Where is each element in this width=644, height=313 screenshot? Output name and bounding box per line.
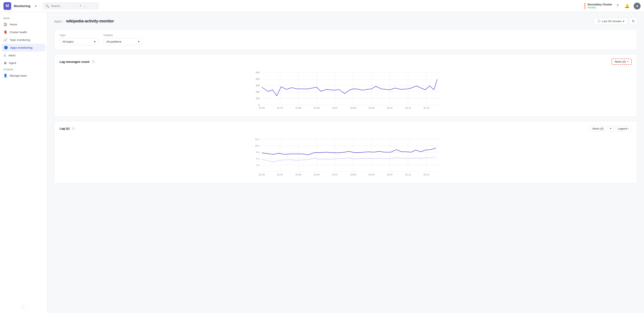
breadcrumb: Apps › wikipedia-activity-monitor 🕐 Last… [54, 17, 637, 25]
sidebar-item-home[interactable]: 🏠 Home [0, 20, 47, 28]
cluster-status: Secondary Cluster Healthy [584, 3, 612, 9]
notifications-button[interactable]: 🔔 [623, 3, 631, 9]
partition-select-value: All partitions [106, 40, 122, 43]
time-range-button[interactable]: 🕐 Last 30 minutes ▾ [594, 18, 628, 24]
breadcrumb-separator: › [63, 19, 64, 23]
partition-select[interactable]: All partitions ▾ [104, 38, 142, 45]
filter-card: Topic All topics ▾ Partition All partiti… [54, 29, 637, 50]
svg-text:22:00: 22:00 [350, 173, 356, 176]
chevron-down-icon: ▾ [623, 20, 624, 23]
chart2-legend-button[interactable]: Legend ‹ [615, 126, 632, 132]
refresh-button[interactable]: ↻ [629, 17, 637, 25]
sidebar-item-alerts[interactable]: ⚠ Alerts [0, 52, 47, 59]
chevron-down-icon: ▾ [138, 40, 140, 43]
topic-monitoring-icon: 📈 [4, 38, 8, 42]
svg-text:22:04: 22:04 [368, 173, 374, 176]
svg-text:8 s: 8 s [256, 151, 260, 154]
svg-text:22:00: 22:00 [350, 106, 356, 109]
search-bar: 🔍 ⌘ + k [42, 2, 98, 9]
chevron-down-icon: ▾ [94, 40, 96, 43]
sidebar-others-label: OTHERS [0, 67, 47, 72]
top-navigation: M Monitoring ▾ 🔍 ⌘ + k Secondary Cluster… [0, 0, 644, 12]
alerts-label: Alerts (0) [614, 60, 626, 63]
cluster-health-icon: 🫀 [4, 30, 8, 34]
sidebar-item-apps-monitoring[interactable]: 🔵 Apps monitoring [2, 44, 46, 52]
help-button[interactable]: ? [615, 3, 620, 9]
svg-text:21:50: 21:50 [295, 106, 301, 109]
topic-select[interactable]: All topics ▾ [60, 38, 98, 45]
svg-text:21:44: 21:44 [259, 173, 265, 176]
chart1-info-icon[interactable]: ℹ [91, 60, 95, 64]
chart1-title: Lag messages count [60, 60, 90, 64]
time-range-label: Last 30 minutes [602, 20, 622, 23]
app-dropdown-button[interactable]: ▾ [34, 4, 38, 8]
svg-text:0: 0 [258, 104, 260, 106]
lag-seconds-chart: 12 s 10 s 8 s 6 s 4 s 21:44 21:47 21:50 … [60, 135, 632, 178]
manage-team-icon: 👤 [4, 74, 8, 78]
alerts-icon: ⚠ [4, 54, 6, 57]
search-input[interactable] [51, 4, 77, 8]
breadcrumb-apps[interactable]: Apps [54, 19, 62, 23]
sidebar-main-label: MAIN [0, 16, 47, 20]
svg-text:22:14: 22:14 [424, 173, 430, 176]
svg-text:22:07: 22:07 [387, 173, 393, 176]
avatar[interactable]: A [634, 2, 640, 10]
chart2-info-icon[interactable]: ℹ [71, 126, 75, 130]
svg-text:300: 300 [256, 84, 260, 87]
svg-text:22:07: 22:07 [387, 106, 393, 109]
home-icon: 🏠 [4, 22, 8, 26]
svg-text:22:11: 22:11 [405, 173, 411, 176]
svg-text:200: 200 [256, 91, 260, 93]
svg-text:21:57: 21:57 [332, 173, 338, 176]
svg-text:21:57: 21:57 [332, 106, 338, 109]
sidebar-item-label: Agent [9, 61, 16, 64]
sidebar-item-cluster-health[interactable]: 🫀 Cluster health [0, 28, 47, 36]
svg-text:21:54: 21:54 [314, 173, 320, 176]
svg-text:21:44: 21:44 [259, 106, 265, 109]
svg-text:400: 400 [256, 78, 260, 80]
sidebar-item-label: Apps monitoring [10, 46, 32, 49]
svg-text:21:47: 21:47 [277, 173, 283, 176]
svg-text:22:04: 22:04 [368, 106, 374, 109]
chart2-alerts-button[interactable]: Alerts (0) [590, 126, 606, 132]
sidebar-collapse-button[interactable]: ‹ [21, 304, 27, 310]
sidebar: MAIN 🏠 Home 🫀 Cluster health 📈 Topic mon… [0, 12, 47, 313]
plus-icon: + [627, 60, 629, 63]
chart2-plus-button[interactable]: + [608, 126, 614, 132]
svg-text:6 s: 6 s [256, 157, 260, 160]
refresh-icon: ↻ [632, 19, 635, 23]
sidebar-item-label: Topic monitoring [10, 38, 30, 42]
keyboard-shortcut: ⌘ + k [78, 4, 86, 8]
sidebar-item-agent[interactable]: 🖥 Agent [0, 59, 47, 67]
apps-monitoring-icon: 🔵 [4, 46, 8, 50]
svg-text:22:11: 22:11 [405, 106, 411, 109]
svg-text:10 s: 10 s [255, 144, 260, 147]
chart1-alerts-button[interactable]: Alerts (0) + [612, 58, 632, 65]
partition-filter-label: Partition [104, 34, 142, 37]
svg-text:4 s: 4 s [256, 164, 260, 166]
svg-text:22:14: 22:14 [424, 106, 430, 109]
app-title: Monitoring [14, 4, 30, 8]
svg-text:500: 500 [256, 71, 260, 74]
svg-text:21:54: 21:54 [314, 106, 320, 109]
search-icon: 🔍 [46, 4, 49, 8]
sidebar-item-label: Manage team [10, 74, 27, 77]
svg-text:12 s: 12 s [255, 138, 260, 140]
legend-label: Legend [618, 127, 627, 130]
lag-seconds-chart-card: Lag (s) ℹ Alerts (0) + Legend ‹ [54, 121, 637, 184]
breadcrumb-current: wikipedia-activity-monitor [66, 19, 114, 24]
clock-icon: 🕐 [597, 20, 600, 23]
sidebar-item-topic-monitoring[interactable]: 📈 Topic monitoring [0, 36, 47, 44]
lag-messages-chart: 500 400 300 200 100 0 21:44 21:47 21:50 … [60, 68, 632, 111]
partition-filter: Partition All partitions ▾ [104, 34, 142, 45]
svg-text:21:47: 21:47 [277, 106, 283, 109]
sidebar-item-label: Alerts [8, 54, 16, 57]
sidebar-item-manage-team[interactable]: 👤 Manage team [0, 72, 47, 80]
topic-filter-label: Topic [60, 34, 98, 37]
svg-text:21:50: 21:50 [295, 173, 301, 176]
chevron-left-icon: ‹ [628, 127, 629, 130]
cluster-name: Secondary Cluster [588, 3, 612, 6]
main-content: Apps › wikipedia-activity-monitor 🕐 Last… [47, 12, 644, 313]
sidebar-item-label: Home [10, 23, 17, 26]
agent-icon: 🖥 [4, 61, 7, 65]
